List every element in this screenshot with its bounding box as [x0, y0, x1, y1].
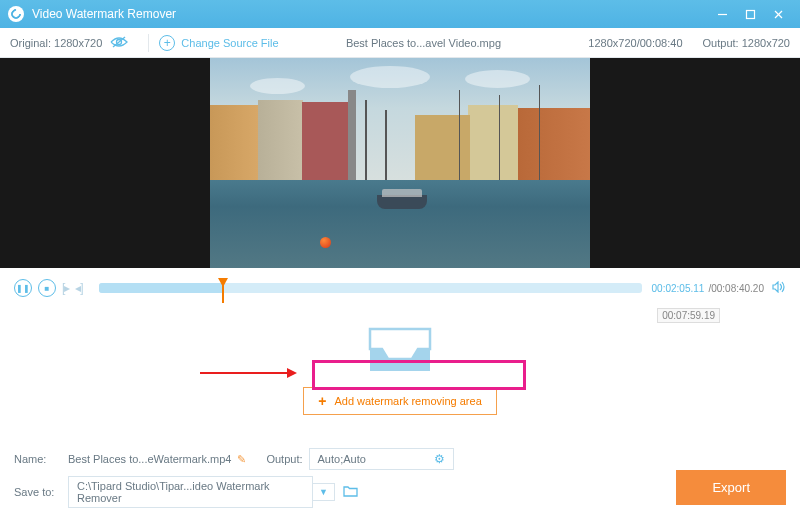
video-frame	[210, 58, 590, 268]
save-path-field[interactable]: C:\Tipard Studio\Tipar...ideo Watermark …	[68, 476, 313, 508]
source-filename: Best Places to...avel Video.mpg	[279, 37, 569, 49]
watermark-dropzone: 00:07:59.19 + Add watermark removing are…	[0, 302, 800, 440]
close-button[interactable]	[764, 4, 792, 24]
app-logo	[8, 6, 24, 22]
export-button[interactable]: Export	[676, 470, 786, 505]
volume-icon[interactable]	[772, 281, 786, 296]
timeline-progress	[99, 283, 224, 293]
tray-icon	[364, 327, 436, 373]
add-watermark-label: Add watermark removing area	[334, 395, 481, 407]
separator	[148, 34, 149, 52]
output-value: Auto;Auto	[318, 453, 366, 465]
stop-button[interactable]: ■	[38, 279, 56, 297]
source-dims-time: 1280x720/00:08:40	[588, 37, 682, 49]
output-select[interactable]: Auto;Auto ⚙	[309, 448, 454, 470]
timeline-slider[interactable]	[99, 283, 642, 293]
rename-icon[interactable]: ✎	[237, 453, 246, 466]
app-title: Video Watermark Remover	[32, 7, 708, 21]
mark-out-button[interactable]: ◂]	[75, 281, 82, 295]
titlebar: Video Watermark Remover	[0, 0, 800, 28]
save-path-value: C:\Tipard Studio\Tipar...ideo Watermark …	[77, 480, 304, 504]
playback-controls: ❚❚ ■ [▸ ◂] 00:02:05.11 /00:08:40.20	[0, 274, 800, 302]
open-folder-icon[interactable]	[343, 485, 358, 500]
add-watermark-area-button[interactable]: + Add watermark removing area	[303, 387, 497, 415]
original-dims: Original: 1280x720	[10, 37, 102, 49]
annotation-arrow	[200, 372, 295, 374]
name-label: Name:	[14, 453, 68, 465]
preview-toggle-icon[interactable]	[110, 36, 128, 50]
change-source-button[interactable]: + Change Source File	[159, 35, 278, 51]
video-preview[interactable]	[0, 58, 800, 268]
total-time: /00:08:40.20	[708, 283, 764, 294]
timestamp-badge: 00:07:59.19	[657, 308, 720, 323]
output-label: Output:	[266, 453, 302, 465]
svg-rect-1	[746, 10, 754, 18]
mark-in-button[interactable]: [▸	[62, 281, 69, 295]
plus-icon: +	[318, 393, 326, 409]
toolbar: Original: 1280x720 + Change Source File …	[0, 28, 800, 58]
change-source-label: Change Source File	[181, 37, 278, 49]
maximize-button[interactable]	[736, 4, 764, 24]
current-time: 00:02:05.11	[652, 283, 705, 294]
plus-icon: +	[159, 35, 175, 51]
save-label: Save to:	[14, 486, 68, 498]
minimize-button[interactable]	[708, 4, 736, 24]
output-dims: Output: 1280x720	[703, 37, 790, 49]
gear-icon[interactable]: ⚙	[434, 452, 445, 466]
playhead-icon[interactable]	[218, 278, 228, 287]
pause-button[interactable]: ❚❚	[14, 279, 32, 297]
watermark-dot	[320, 237, 331, 248]
save-path-dropdown[interactable]: ▼	[313, 483, 335, 501]
name-value: Best Places to...eWatermark.mp4	[68, 453, 231, 465]
